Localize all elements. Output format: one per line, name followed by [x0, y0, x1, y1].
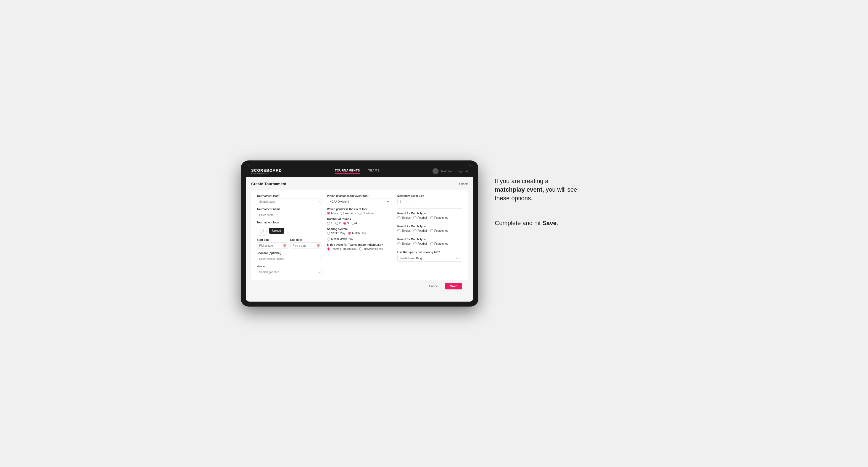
round3-foursomes[interactable]: Foursomes	[430, 242, 448, 245]
scoring-match-radio[interactable]	[348, 232, 351, 235]
sponsor-label: Sponsor (optional)	[257, 252, 322, 255]
venue-label: Venue	[257, 265, 322, 268]
header-right: Test User | Sign out	[432, 168, 468, 174]
tablet-screen: SCOREBOARD Powered by clippit TOURNAMENT…	[246, 165, 473, 302]
tournament-name-group: Tournament name	[257, 208, 322, 218]
nav-tab-tournaments[interactable]: TOURNAMENTS	[335, 169, 360, 174]
scoring-medal-radio[interactable]	[327, 238, 330, 241]
venue-input[interactable]	[257, 269, 322, 275]
nav-tab-teams[interactable]: TEAMS	[368, 169, 379, 174]
logo-placeholder	[257, 226, 267, 236]
round2-foursomes-radio[interactable]	[430, 229, 433, 232]
main-content: Create Tournament Back Tournament Host ▾	[246, 177, 473, 302]
callout-save-prefix: Complete and hit	[495, 220, 542, 226]
round-3-radio[interactable]	[343, 222, 346, 225]
end-date-label: End date	[290, 238, 321, 241]
tournament-host-input[interactable]	[257, 198, 322, 205]
round-4[interactable]: 4	[351, 222, 357, 225]
round3-singles-radio[interactable]	[397, 242, 400, 245]
division-label: Which division is the event for?	[327, 194, 392, 197]
scoring-match[interactable]: Match Play	[348, 232, 366, 235]
teams-radio[interactable]	[327, 247, 330, 250]
round2-foursomes[interactable]: Foursomes	[430, 229, 448, 232]
scoring-stroke[interactable]: Stroke Play	[327, 232, 345, 235]
round1-singles[interactable]: Singles	[397, 216, 411, 219]
division-select[interactable]: NCAA Division I NCAA Division II NCAA Di…	[327, 198, 392, 205]
gender-womens[interactable]: Womens	[341, 212, 356, 215]
gender-womens-radio[interactable]	[341, 212, 344, 215]
round-2-radio[interactable]	[335, 222, 338, 225]
form-col-left: Tournament Host ▾ Tournament name Tourna	[257, 194, 322, 275]
round3-match-options: Singles Fourball Foursomes	[397, 242, 462, 245]
round-1-label: 1	[331, 222, 333, 225]
max-team-size-input[interactable]	[397, 198, 411, 205]
tournament-name-label: Tournament name	[257, 208, 322, 211]
gender-radio-group: Mens Womens Combined	[327, 212, 392, 215]
round2-foursomes-label: Foursomes	[434, 229, 448, 232]
callout-matchplay: If you are creating a matchplay event, y…	[495, 177, 578, 203]
user-avatar	[432, 168, 439, 174]
round2-fourball[interactable]: Fourball	[413, 229, 428, 232]
tablet-device: SCOREBOARD Powered by clippit TOURNAMENT…	[241, 160, 478, 307]
round1-singles-radio[interactable]	[397, 216, 400, 219]
gender-mens-radio[interactable]	[327, 212, 330, 215]
nav-tabs: TOURNAMENTS TEAMS	[335, 169, 379, 174]
individuals-radio[interactable]	[359, 247, 362, 250]
teams-option[interactable]: Teams (+Individuals)	[327, 247, 356, 250]
sponsor-input[interactable]	[257, 256, 322, 262]
round-4-radio[interactable]	[351, 222, 354, 225]
gender-combined[interactable]: Combined	[359, 212, 375, 215]
round-1[interactable]: 1	[327, 222, 333, 225]
round1-fourball-radio[interactable]	[413, 216, 416, 219]
round3-foursomes-radio[interactable]	[430, 242, 433, 245]
round-3[interactable]: 3	[343, 222, 349, 225]
logo-area: SCOREBOARD Powered by clippit	[251, 168, 282, 174]
gender-mens[interactable]: Mens	[327, 212, 338, 215]
round1-fourball[interactable]: Fourball	[413, 216, 428, 219]
scoring-stroke-radio[interactable]	[327, 232, 330, 235]
round2-match-options: Singles Fourball Foursomes	[397, 229, 462, 232]
round-1-radio[interactable]	[327, 222, 330, 225]
round2-singles[interactable]: Singles	[397, 229, 411, 232]
round1-foursomes-radio[interactable]	[430, 216, 433, 219]
scoring-group: Scoring system Stroke Play Match Play	[327, 227, 392, 241]
api-remove-icon[interactable]: × ›	[456, 256, 460, 260]
round1-match-title: Round 1 - Match Type	[397, 212, 462, 215]
round3-singles-label: Singles	[402, 242, 411, 245]
logo-upload-area: Upload	[257, 226, 322, 236]
gender-label: Which gender is the event for?	[327, 208, 392, 211]
round2-match-section: Round 2 - Match Type Singles Fourball	[397, 225, 462, 232]
round3-fourball[interactable]: Fourball	[413, 242, 428, 245]
tournament-name-input[interactable]	[257, 212, 322, 218]
division-select-wrapper: NCAA Division I NCAA Division II NCAA Di…	[327, 198, 392, 205]
app-logo-sub: Powered by clippit	[251, 172, 282, 174]
round3-singles[interactable]: Singles	[397, 242, 411, 245]
round1-foursomes[interactable]: Foursomes	[430, 216, 448, 219]
individuals-option[interactable]: Individuals Only	[359, 247, 383, 250]
gender-combined-radio[interactable]	[359, 212, 362, 215]
round2-fourball-radio[interactable]	[413, 229, 416, 232]
venue-chevron-icon: ▾	[318, 271, 320, 274]
signout-link[interactable]: Sign out	[458, 170, 468, 173]
start-date-wrapper: 📅	[257, 243, 288, 249]
round2-singles-label: Singles	[402, 229, 411, 232]
scoring-medal[interactable]: Medal Match Play	[327, 238, 353, 241]
upload-button[interactable]: Upload	[269, 228, 284, 234]
start-date-group: Start date 📅	[257, 238, 288, 249]
round2-singles-radio[interactable]	[397, 229, 400, 232]
venue-group: Venue ▾	[257, 265, 322, 275]
search-icon: ▾	[318, 200, 320, 203]
app-header: SCOREBOARD Powered by clippit TOURNAMENT…	[246, 165, 473, 177]
cancel-button[interactable]: Cancel	[425, 283, 442, 289]
form-container: Tournament Host ▾ Tournament name Tourna	[251, 190, 468, 280]
callout-matchplay-prefix: If you are creating a	[495, 178, 549, 185]
save-button[interactable]: Save	[445, 283, 462, 289]
svg-point-1	[261, 230, 261, 230]
round3-fourball-radio[interactable]	[413, 242, 416, 245]
callouts-area: If you are creating a matchplay event, y…	[495, 160, 578, 227]
user-name: Test User	[441, 170, 453, 173]
back-link[interactable]: Back	[459, 182, 468, 186]
round-2[interactable]: 2	[335, 222, 341, 225]
max-team-size-label: Maximum Team Size	[397, 194, 462, 197]
scoring-label: Scoring system	[327, 227, 392, 230]
